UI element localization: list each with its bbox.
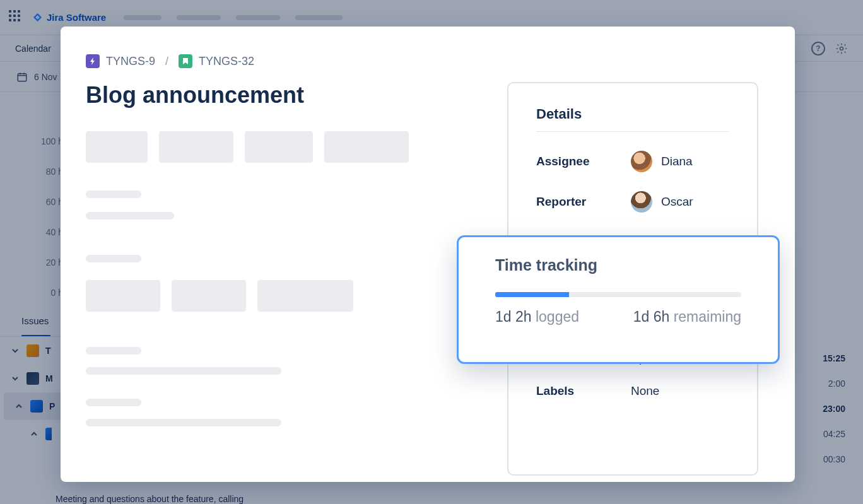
breadcrumb-child-key: TYNGS-32 xyxy=(199,55,254,68)
logged-word: logged xyxy=(536,308,579,325)
issue-modal: TYNGS-9 / TYNGS-32 Blog announcement xyxy=(61,26,795,482)
reporter-row[interactable]: Reporter Oscar xyxy=(536,191,729,213)
reporter-value: Oscar xyxy=(661,195,693,209)
assignee-label: Assignee xyxy=(536,155,631,168)
ghost-line xyxy=(86,190,141,198)
ghost-line xyxy=(86,347,141,355)
assignee-avatar xyxy=(631,151,652,172)
ghost-button[interactable] xyxy=(159,131,233,163)
ghost-button[interactable] xyxy=(86,131,148,163)
ghost-tile[interactable] xyxy=(86,280,160,312)
ghost-button[interactable] xyxy=(245,131,313,163)
ghost-tile[interactable] xyxy=(172,280,246,312)
ghost-line xyxy=(86,399,141,406)
reporter-label: Reporter xyxy=(536,195,631,209)
logged-value: 1d 2h xyxy=(495,308,532,325)
labels-row[interactable]: Labels None xyxy=(536,384,729,398)
breadcrumb-parent-key: TYNGS-9 xyxy=(106,55,155,68)
epic-icon xyxy=(86,54,100,68)
breadcrumb-parent[interactable]: TYNGS-9 xyxy=(86,54,155,68)
reporter-avatar xyxy=(631,191,652,213)
remaining-word: remaiming xyxy=(674,308,741,325)
assignee-value: Diana xyxy=(661,155,693,168)
assignee-row[interactable]: Assignee Diana xyxy=(536,151,729,172)
time-tracking-bar xyxy=(495,292,741,297)
story-icon xyxy=(179,54,192,68)
breadcrumb-child[interactable]: TYNGS-32 xyxy=(179,54,254,68)
ghost-line xyxy=(86,419,281,426)
time-tracking-title: Time tracking xyxy=(495,256,741,274)
ghost-line xyxy=(86,255,141,262)
ghost-tile[interactable] xyxy=(257,280,353,312)
breadcrumb-separator: / xyxy=(165,55,168,68)
remaining-value: 1d 6h xyxy=(633,308,670,325)
ghost-line xyxy=(86,367,281,375)
time-tracking-fill xyxy=(495,292,569,297)
ghost-button[interactable] xyxy=(324,131,409,163)
time-tracking-card[interactable]: Time tracking 1d 2h logged 1d 6h remaimi… xyxy=(457,235,780,364)
breadcrumb: TYNGS-9 / TYNGS-32 xyxy=(86,54,771,68)
labels-value: None xyxy=(631,384,659,398)
time-tracking-legend: 1d 2h logged 1d 6h remaiming xyxy=(495,308,741,325)
labels-label: Labels xyxy=(536,384,631,398)
ghost-line xyxy=(86,212,174,220)
details-heading: Details xyxy=(536,106,729,132)
